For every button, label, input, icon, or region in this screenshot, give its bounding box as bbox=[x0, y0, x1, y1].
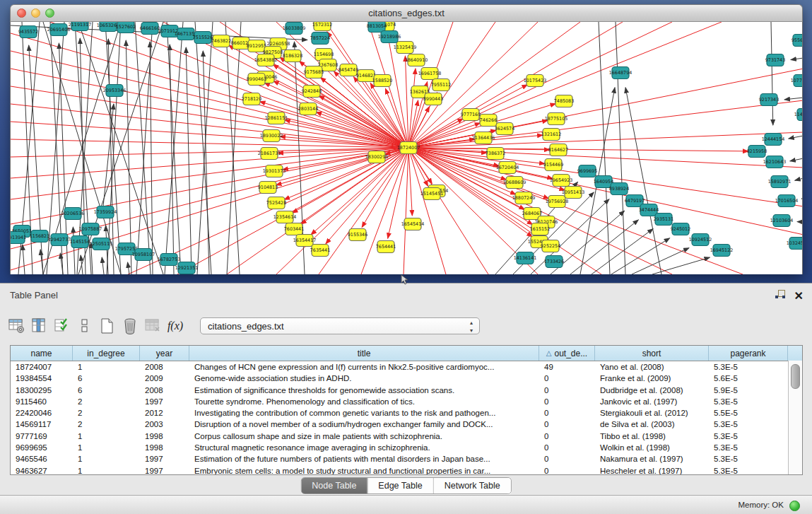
table-row[interactable]: 1872400712008Changes of HCN gene express… bbox=[11, 361, 802, 373]
graph-edge[interactable] bbox=[81, 255, 83, 274]
graph-edge[interactable] bbox=[23, 245, 25, 274]
graph-node[interactable]: 17359924 bbox=[94, 206, 117, 218]
graph-node[interactable]: 8990463 bbox=[247, 74, 266, 86]
graph-node[interactable]: 2803144 bbox=[298, 103, 318, 115]
table-row[interactable]: 1830029562008Estimation of significance … bbox=[11, 385, 802, 396]
graph-node[interactable]: 12921351 bbox=[175, 262, 199, 274]
graph-node[interactable]: 7525428 bbox=[266, 197, 286, 209]
column-header-pagerank[interactable]: pagerank bbox=[709, 346, 788, 361]
column-header-short[interactable]: short bbox=[595, 346, 709, 361]
graph-node[interactable]: 19654923 bbox=[550, 175, 573, 187]
graph-node[interactable]: 8215958 bbox=[747, 146, 767, 158]
tab-edge-table[interactable]: Edge Table bbox=[367, 478, 433, 493]
graph-node[interactable]: 14136141 bbox=[514, 252, 537, 264]
graph-edge[interactable] bbox=[128, 262, 129, 274]
graph-node[interactable]: 7603441 bbox=[284, 223, 304, 235]
table-row[interactable]: 946554611997Estimation of the future num… bbox=[11, 453, 802, 465]
graph-edge[interactable] bbox=[408, 148, 803, 235]
graph-node[interactable]: 9242848 bbox=[302, 86, 322, 98]
graph-node[interactable]: 1572312 bbox=[312, 22, 332, 31]
graph-edge[interactable] bbox=[790, 158, 803, 161]
vertical-scrollbar[interactable] bbox=[788, 361, 802, 474]
delete-table-icon[interactable] bbox=[141, 315, 164, 337]
graph-node[interactable]: 7515526 bbox=[193, 32, 213, 44]
graph-node[interactable]: 8186328 bbox=[283, 50, 302, 62]
graph-edge[interactable] bbox=[784, 98, 803, 100]
graph-node[interactable]: 9104813 bbox=[258, 182, 278, 194]
graph-edge[interactable] bbox=[408, 22, 538, 148]
graph-node[interactable]: 12103604 bbox=[770, 215, 794, 227]
graph-node[interactable]: 8938924 bbox=[609, 183, 629, 195]
column-header-in_degree[interactable]: in_degree bbox=[73, 346, 140, 361]
graph-node[interactable]: 2935131 bbox=[654, 214, 673, 226]
graph-node[interactable]: 9435572 bbox=[18, 26, 38, 38]
table-row[interactable]: 1456911722003Disruption of a novel membe… bbox=[11, 419, 802, 430]
graph-edge[interactable] bbox=[177, 148, 408, 274]
graph-node[interactable]: 12505115 bbox=[90, 238, 113, 250]
tab-network-table[interactable]: Network Table bbox=[433, 478, 511, 493]
graph-node[interactable]: 16782753 bbox=[158, 254, 181, 266]
table-row[interactable]: 1938455462009Genome-wide association stu… bbox=[11, 373, 802, 384]
graph-node[interactable]: 1615152 bbox=[530, 223, 550, 235]
graph-edge[interactable] bbox=[801, 198, 803, 199]
select-all-icon[interactable] bbox=[51, 315, 73, 337]
graph-node[interactable]: 12444154 bbox=[762, 134, 785, 146]
graph-node[interactable]: 12942737 bbox=[48, 234, 71, 246]
graph-node[interactable]: 18300295 bbox=[365, 151, 389, 163]
graph-node[interactable]: 746266 bbox=[480, 115, 497, 127]
graph-edge[interactable] bbox=[789, 136, 803, 139]
graph-node[interactable]: 9777169 bbox=[461, 109, 481, 121]
graph-edge[interactable] bbox=[408, 148, 446, 274]
graph-edge[interactable] bbox=[771, 22, 773, 125]
graph-node[interactable]: 10688609 bbox=[503, 177, 526, 189]
show-column-icon[interactable] bbox=[28, 315, 51, 337]
graph-node[interactable]: 2718120 bbox=[242, 93, 261, 105]
tab-node-table[interactable]: Node Table bbox=[301, 478, 367, 493]
table-row[interactable]: 969969511998Structural magnetic resonanc… bbox=[11, 442, 802, 453]
graph-edge[interactable] bbox=[167, 22, 181, 274]
graph-node[interactable]: 16210643 bbox=[763, 156, 787, 168]
delete-icon[interactable] bbox=[119, 315, 141, 337]
graph-node[interactable]: 11325419 bbox=[394, 42, 417, 54]
graph-edge[interactable] bbox=[326, 148, 408, 244]
table-row[interactable]: 911546021997Tourette syndrome. Phenomeno… bbox=[11, 396, 802, 407]
graph-node[interactable]: 10975887 bbox=[79, 223, 102, 235]
graph-node[interactable]: 7635441 bbox=[310, 245, 330, 257]
close-panel-icon[interactable]: ✕ bbox=[794, 291, 804, 301]
graph-node[interactable]: 1321612 bbox=[541, 129, 561, 141]
new-table-icon[interactable] bbox=[96, 315, 119, 337]
graph-node[interactable]: 17016504 bbox=[775, 195, 799, 207]
graph-edge[interactable] bbox=[616, 22, 625, 274]
graph-edge[interactable] bbox=[361, 148, 408, 274]
graph-node[interactable]: 9155346 bbox=[348, 229, 367, 241]
graph-node[interactable]: 16543882 bbox=[254, 54, 278, 66]
graph-node[interactable]: 7463822 bbox=[211, 35, 231, 47]
graph-node[interactable]: 1733426 bbox=[544, 256, 564, 268]
table-row[interactable]: 977716911998Corpus callosum shape and si… bbox=[11, 431, 802, 442]
column-header-name[interactable]: name bbox=[11, 346, 73, 361]
graph-node[interactable]: 12861151 bbox=[265, 112, 288, 124]
graph-node[interactable]: 9556113 bbox=[792, 35, 803, 47]
graph-node[interactable]: 21191317 bbox=[69, 22, 92, 31]
graph-node[interactable]: 9154469 bbox=[543, 159, 563, 171]
graph-node[interactable]: 7654441 bbox=[376, 241, 396, 253]
graph-node[interactable]: 16961758 bbox=[418, 68, 442, 80]
graph-node[interactable]: 9245012 bbox=[671, 223, 690, 235]
graph-node[interactable]: 16033809 bbox=[283, 23, 306, 35]
graph-node[interactable]: 3624574 bbox=[495, 123, 514, 135]
graph-node[interactable]: 21364436 bbox=[472, 132, 495, 144]
column-header-out_de[interactable]: △out_de... bbox=[539, 346, 595, 361]
graph-node[interactable]: 19301373 bbox=[263, 165, 286, 177]
graph-node[interactable]: 21861731 bbox=[258, 148, 281, 160]
graph-node[interactable]: 15145451 bbox=[420, 188, 444, 200]
import-table-icon[interactable] bbox=[6, 315, 28, 337]
graph-node[interactable]: 3913941 bbox=[11, 232, 26, 244]
table-row[interactable]: 2242004622012Investigating the contribut… bbox=[11, 407, 802, 419]
graph-node[interactable]: 9175685 bbox=[304, 66, 324, 78]
graph-edge[interactable] bbox=[408, 22, 495, 148]
graph-node[interactable]: 16545414 bbox=[401, 218, 425, 230]
graph-node[interactable]: 20206536 bbox=[61, 208, 85, 220]
graph-node[interactable]: 10951413 bbox=[562, 187, 585, 199]
graph-node[interactable]: 20691406 bbox=[47, 24, 71, 36]
graph-edge[interactable] bbox=[599, 22, 610, 274]
